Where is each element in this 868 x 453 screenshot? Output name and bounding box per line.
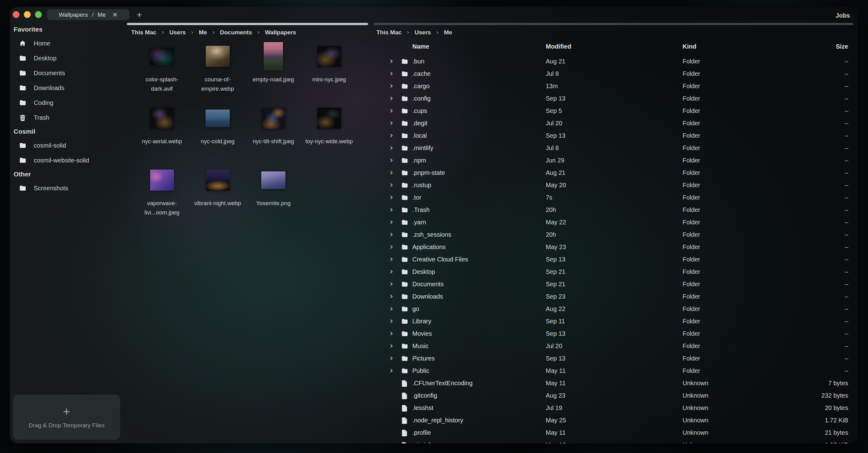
file-row[interactable]: .viminfo May 12 Unknown 1.07 KiB bbox=[371, 439, 858, 444]
file-tile[interactable]: empty-road.jpeg bbox=[246, 41, 301, 103]
file-row[interactable]: .Trash 20h Folder – bbox=[371, 204, 858, 216]
column-header-kind[interactable]: Kind bbox=[683, 43, 820, 50]
sidebar-item-cosmil-website-solid[interactable]: cosmil-website-solid bbox=[13, 153, 130, 168]
file-row[interactable]: Documents Sep 21 Folder – bbox=[371, 278, 858, 290]
file-row[interactable]: Music Jul 20 Folder – bbox=[371, 340, 858, 352]
file-row[interactable]: Downloads Sep 23 Folder – bbox=[371, 290, 858, 303]
chevron-right-icon[interactable] bbox=[389, 330, 394, 337]
chevron-right-icon[interactable] bbox=[389, 219, 394, 225]
dropzone[interactable]: + Drag & Drop Temporary Files bbox=[13, 394, 120, 440]
tab-close-icon[interactable]: ✕ bbox=[112, 11, 118, 18]
sidebar-item-screenshots[interactable]: Screenshots bbox=[13, 181, 130, 196]
breadcrumb-item[interactable]: Users bbox=[169, 29, 186, 36]
breadcrumb-item[interactable]: Wallpapers bbox=[265, 29, 296, 36]
folder-icon bbox=[400, 318, 409, 325]
sidebar-item-documents[interactable]: Documents bbox=[13, 66, 130, 80]
file-row[interactable]: .mintlify Jul 8 Folder – bbox=[371, 142, 858, 154]
new-tab-button[interactable]: + bbox=[134, 9, 145, 20]
column-header-modified[interactable]: Modified bbox=[546, 43, 683, 50]
column-header-size[interactable]: Size bbox=[820, 43, 848, 50]
file-row[interactable]: Creative Cloud Files Sep 13 Folder – bbox=[371, 253, 858, 265]
breadcrumb-item[interactable]: Me bbox=[444, 29, 452, 36]
breadcrumb-item[interactable]: Me bbox=[199, 29, 207, 36]
file-row[interactable]: .CFUserTextEncoding May 11 Unknown 7 byt… bbox=[371, 377, 858, 389]
minimize-button[interactable] bbox=[24, 11, 31, 18]
chevron-right-icon[interactable] bbox=[389, 367, 394, 374]
chevron-right-icon[interactable] bbox=[389, 268, 394, 275]
file-row[interactable]: .pnpm-state Aug 21 Folder – bbox=[371, 166, 858, 179]
file-row[interactable]: .profile May 11 Unknown 21 bytes bbox=[371, 426, 858, 439]
sidebar-item-home[interactable]: Home bbox=[13, 36, 130, 51]
chevron-right-icon[interactable] bbox=[389, 182, 394, 188]
breadcrumb-item[interactable]: Users bbox=[414, 29, 431, 36]
file-tile[interactable]: toy-nyc-wide.webp bbox=[301, 103, 357, 165]
chevron-right-icon[interactable] bbox=[389, 108, 394, 114]
file-row[interactable]: Desktop Sep 21 Folder – bbox=[371, 265, 858, 278]
file-row[interactable]: .yarn May 22 Folder – bbox=[371, 216, 858, 228]
file-row[interactable]: .rustup May 20 Folder – bbox=[371, 179, 858, 191]
sidebar-item-downloads[interactable]: Downloads bbox=[13, 80, 130, 95]
breadcrumb-item[interactable]: This Mac bbox=[131, 29, 156, 36]
file-row[interactable]: .lesshst Jul 19 Unknown 20 bytes bbox=[371, 401, 858, 414]
file-tile[interactable]: nyc-aerial.webp bbox=[134, 103, 190, 165]
chevron-right-icon[interactable] bbox=[389, 95, 394, 101]
file-row[interactable]: Public May 11 Folder – bbox=[371, 364, 858, 377]
chevron-right-icon[interactable] bbox=[389, 120, 394, 126]
chevron-right-icon[interactable] bbox=[389, 343, 394, 349]
sidebar-item-trash[interactable]: Trash bbox=[13, 110, 130, 125]
file-tile[interactable]: nyc-cold.jpeg bbox=[190, 103, 246, 165]
file-row[interactable]: .npm Jun 29 Folder – bbox=[371, 154, 858, 166]
file-row[interactable]: go Aug 22 Folder – bbox=[371, 303, 858, 315]
chevron-right-icon[interactable] bbox=[389, 157, 394, 163]
chevron-right-icon[interactable] bbox=[389, 306, 394, 312]
file-row[interactable]: .cups Sep 5 Folder – bbox=[371, 105, 858, 117]
breadcrumb-item[interactable]: Documents bbox=[220, 29, 252, 36]
chevron-right-icon[interactable] bbox=[389, 293, 394, 299]
file-row[interactable]: .bun Aug 21 Folder – bbox=[371, 55, 858, 67]
chevron-right-icon[interactable] bbox=[389, 231, 394, 238]
chevron-right-icon[interactable] bbox=[389, 244, 394, 250]
file-tile[interactable]: vibrant-night.webp bbox=[190, 165, 246, 226]
file-tile[interactable]: color-splash-dark.avif bbox=[134, 41, 190, 103]
chevron-right-icon[interactable] bbox=[389, 355, 394, 361]
file-row[interactable]: .gitconfig Aug 23 Unknown 232 bytes bbox=[371, 389, 858, 401]
folder-icon bbox=[400, 182, 409, 189]
file-row[interactable]: Applications May 23 Folder – bbox=[371, 241, 858, 253]
file-row[interactable]: .cache Jul 8 Folder – bbox=[371, 67, 858, 80]
sidebar-item-coding[interactable]: Coding bbox=[13, 95, 130, 110]
file-row[interactable]: .config Sep 13 Folder – bbox=[371, 92, 858, 105]
file-row[interactable]: .cargo 13m Folder – bbox=[371, 80, 858, 92]
chevron-right-icon[interactable] bbox=[389, 132, 394, 139]
file-row[interactable]: Library Sep 11 Folder – bbox=[371, 315, 858, 327]
file-tile[interactable]: course-of-empire.webp bbox=[190, 41, 246, 103]
file-tile[interactable]: mini-nyc.jpeg bbox=[301, 41, 357, 103]
chevron-right-icon[interactable] bbox=[389, 318, 394, 324]
close-button[interactable] bbox=[13, 11, 20, 18]
chevron-right-icon[interactable] bbox=[389, 194, 394, 200]
file-row[interactable]: .degit Jul 20 Folder – bbox=[371, 117, 858, 129]
file-tile[interactable]: vaporwave-livi...oom.jpeg bbox=[134, 165, 190, 226]
chevron-right-icon[interactable] bbox=[389, 70, 394, 77]
chevron-right-icon[interactable] bbox=[389, 83, 394, 89]
column-header-name[interactable]: Name bbox=[412, 43, 546, 50]
jobs-button[interactable]: Jobs bbox=[836, 7, 850, 24]
file-row[interactable]: Movies Sep 13 Folder – bbox=[371, 327, 858, 340]
chevron-right-icon[interactable] bbox=[389, 169, 394, 176]
chevron-right-icon[interactable] bbox=[389, 256, 394, 262]
tab-wallpapers-me[interactable]: Wallpapers / Me ✕ bbox=[47, 9, 129, 20]
file-tile[interactable]: nyc-tilt-shift.jpeg bbox=[246, 103, 301, 165]
file-row[interactable]: .zsh_sessions 20h Folder – bbox=[371, 228, 858, 241]
file-row[interactable]: Pictures Sep 13 Folder – bbox=[371, 352, 858, 364]
breadcrumb-item[interactable]: This Mac bbox=[376, 29, 402, 36]
file-tile[interactable]: Yosemite.png bbox=[246, 165, 301, 226]
file-row[interactable]: .tor 7s Folder – bbox=[371, 191, 858, 204]
chevron-right-icon[interactable] bbox=[389, 58, 394, 64]
chevron-right-icon[interactable] bbox=[389, 207, 394, 213]
file-row[interactable]: .node_repl_history May 25 Unknown 1.72 K… bbox=[371, 414, 858, 426]
sidebar-item-desktop[interactable]: Desktop bbox=[13, 51, 130, 66]
file-row[interactable]: .local Sep 13 Folder – bbox=[371, 129, 858, 142]
sidebar-item-cosmil-solid[interactable]: cosmil-solid bbox=[13, 138, 130, 153]
chevron-right-icon[interactable] bbox=[389, 145, 394, 151]
chevron-right-icon[interactable] bbox=[389, 281, 394, 287]
zoom-button[interactable] bbox=[35, 11, 42, 18]
